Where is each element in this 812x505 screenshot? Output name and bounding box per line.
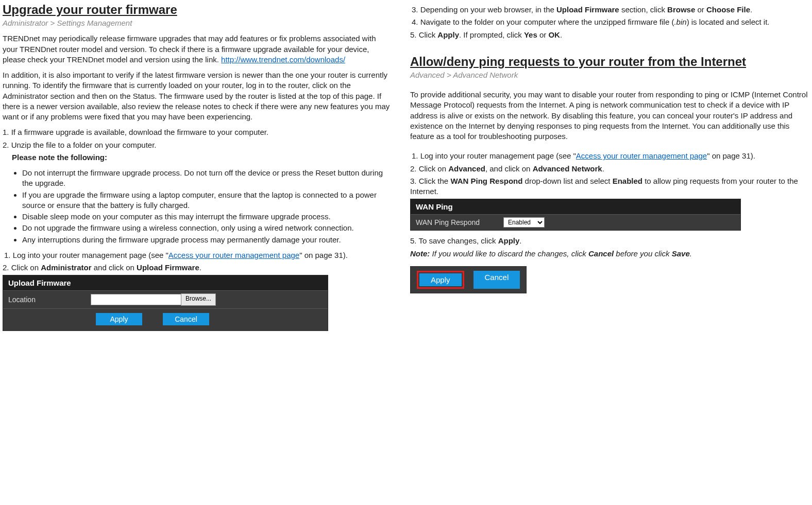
apply-cancel-panel: Apply Cancel bbox=[410, 266, 527, 293]
browse-button[interactable]: Browse... bbox=[181, 293, 216, 306]
note-bullet: Do not interrupt the firmware upgrade pr… bbox=[22, 168, 391, 189]
note-bullet: Do not upgrade the firmware using a wire… bbox=[22, 223, 391, 233]
location-row: Location Browse... bbox=[3, 290, 328, 308]
note-line: Note: If you would like to discard the c… bbox=[410, 249, 808, 259]
step-1: 1. If a firmware upgrade is available, d… bbox=[3, 127, 391, 137]
step-5: 5. Click Apply. If prompted, click Yes o… bbox=[410, 30, 808, 40]
note-heading: Please note the following: bbox=[12, 152, 391, 163]
right-column: 3. Depending on your web browser, in the… bbox=[406, 0, 812, 341]
panel-button-row: Apply Cancel bbox=[3, 308, 328, 330]
panel-title: Upload Firmware bbox=[3, 275, 328, 290]
upload-firmware-panel: Upload Firmware Location Browse... Apply… bbox=[3, 275, 328, 331]
cancel-button-2[interactable]: Cancel bbox=[473, 271, 520, 289]
ping-step-5: 5. To save changes, click Apply. bbox=[410, 236, 808, 246]
cancel-button[interactable]: Cancel bbox=[163, 313, 209, 325]
ping-step-2: 2. Click on Advanced, and click on Advan… bbox=[410, 164, 808, 174]
ping-step-1: 1. Log into your router management page … bbox=[410, 151, 808, 161]
login-step: 1. Log into your router management page … bbox=[3, 250, 391, 260]
step-2: 2. Unzip the file to a folder on your co… bbox=[3, 140, 391, 150]
wan-ping-title: WAN Ping bbox=[411, 199, 740, 214]
section-title-2: Allow/deny ping requests to your router … bbox=[410, 55, 808, 69]
left-column: Upgrade your router firmware Administrat… bbox=[0, 0, 406, 341]
ping-paragraph: To provide additional security, you may … bbox=[410, 90, 808, 142]
wan-ping-panel: WAN Ping WAN Ping Respond Enabled bbox=[410, 199, 741, 231]
note-bullet: Disable sleep mode on your computer as t… bbox=[22, 212, 391, 222]
wan-ping-select[interactable]: Enabled bbox=[503, 217, 545, 228]
intro-paragraph-2: In addition, it is also important to ver… bbox=[3, 70, 391, 122]
downloads-link[interactable]: http://www.trendnet.com/downloads/ bbox=[221, 55, 345, 64]
apply-highlight: Apply bbox=[417, 271, 464, 289]
access-page-link-2[interactable]: Access your router management page bbox=[576, 151, 707, 160]
section-title: Upgrade your router firmware bbox=[3, 3, 391, 17]
location-input[interactable] bbox=[91, 294, 181, 305]
intro-paragraph-1: TRENDnet may periodically release firmwa… bbox=[3, 33, 391, 65]
click-admin-step: 2. Click on Administrator and click on U… bbox=[3, 263, 391, 273]
apply-button[interactable]: Apply bbox=[96, 313, 142, 325]
wan-ping-label: WAN Ping Respond bbox=[416, 218, 503, 227]
step-4: 4. Navigate to the folder on your comput… bbox=[410, 17, 808, 27]
breadcrumb: Administrator > Settings Management bbox=[3, 18, 391, 28]
wan-ping-row: WAN Ping Respond Enabled bbox=[411, 214, 740, 230]
location-label: Location bbox=[8, 295, 91, 304]
apply-button-2[interactable]: Apply bbox=[419, 273, 462, 286]
step-3: 3. Depending on your web browser, in the… bbox=[410, 5, 808, 15]
access-page-link[interactable]: Access your router management page bbox=[168, 251, 299, 259]
note-bullet: If you are upgrade the firmware using a … bbox=[22, 190, 391, 211]
breadcrumb-2: Advanced > Advanced Network bbox=[410, 70, 808, 80]
ping-step-3: 3. Click the WAN Ping Respond drop-down … bbox=[410, 176, 808, 197]
note-bullet: Any interruptions during the firmware up… bbox=[22, 235, 391, 245]
note-bullet-list: Do not interrupt the firmware upgrade pr… bbox=[22, 168, 391, 245]
